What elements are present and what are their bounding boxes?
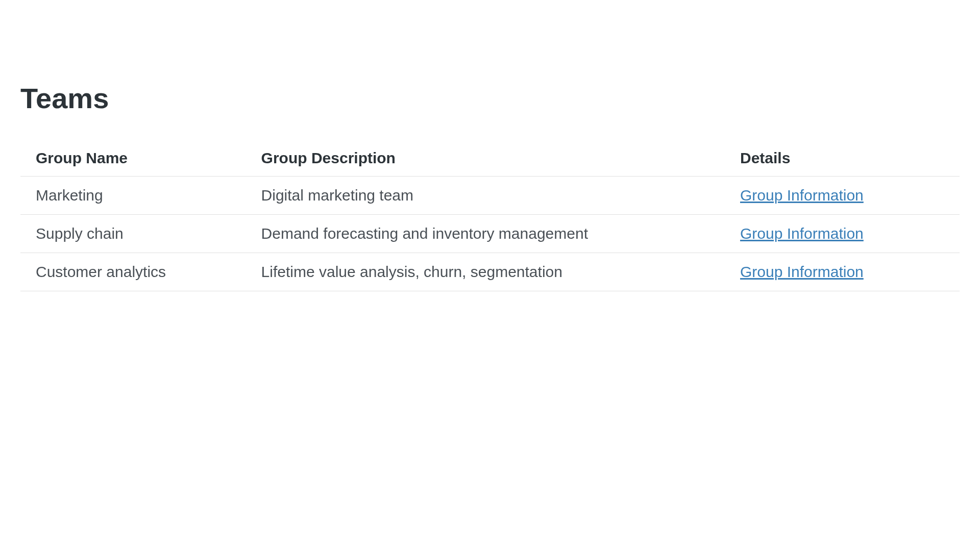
column-header-details: Details <box>725 140 960 177</box>
group-information-link[interactable]: Group Information <box>740 263 864 280</box>
group-information-link[interactable]: Group Information <box>740 225 864 242</box>
column-header-name: Group Name <box>20 140 246 177</box>
table-row: Supply chain Demand forecasting and inve… <box>20 215 960 253</box>
cell-group-name: Supply chain <box>20 215 246 253</box>
column-header-description: Group Description <box>246 140 725 177</box>
cell-group-description: Digital marketing team <box>246 177 725 215</box>
cell-group-description: Lifetime value analysis, churn, segmenta… <box>246 253 725 291</box>
cell-details: Group Information <box>725 253 960 291</box>
cell-details: Group Information <box>725 215 960 253</box>
table-header-row: Group Name Group Description Details <box>20 140 960 177</box>
cell-group-name: Marketing <box>20 177 246 215</box>
page-title: Teams <box>20 82 960 115</box>
cell-group-name: Customer analytics <box>20 253 246 291</box>
cell-details: Group Information <box>725 177 960 215</box>
group-information-link[interactable]: Group Information <box>740 187 864 204</box>
cell-group-description: Demand forecasting and inventory managem… <box>246 215 725 253</box>
table-row: Customer analytics Lifetime value analys… <box>20 253 960 291</box>
table-row: Marketing Digital marketing team Group I… <box>20 177 960 215</box>
teams-table: Group Name Group Description Details Mar… <box>20 140 960 291</box>
